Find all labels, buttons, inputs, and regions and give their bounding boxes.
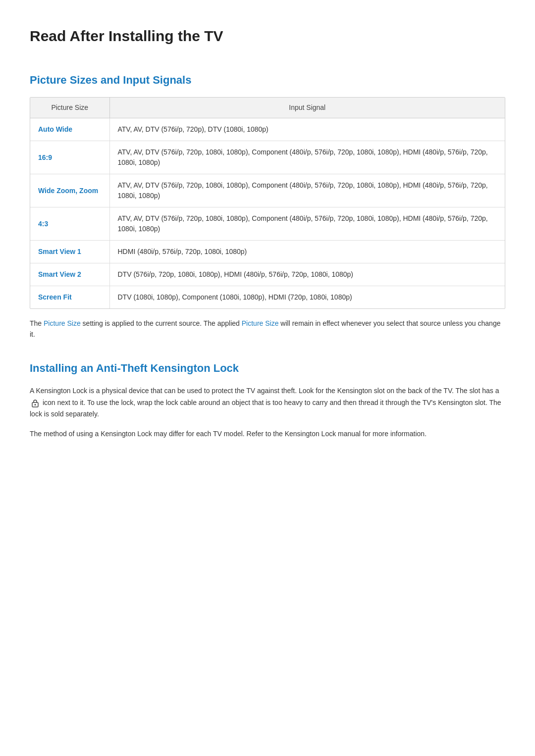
input-signal-cell: ATV, AV, DTV (576i/p, 720p, 1080i, 1080p…	[109, 174, 505, 207]
section2-para1: A Kensington Lock is a physical device t…	[30, 385, 505, 420]
note-link1: Picture Size	[44, 319, 81, 327]
note-text-before1: The	[30, 319, 44, 327]
section2-title: Installing an Anti-Theft Kensington Lock	[30, 360, 505, 376]
picture-size-cell: Smart View 2	[30, 263, 109, 286]
section1-title: Picture Sizes and Input Signals	[30, 72, 505, 88]
table-row: 16:9ATV, AV, DTV (576i/p, 720p, 1080i, 1…	[30, 141, 505, 174]
table-row: Wide Zoom, ZoomATV, AV, DTV (576i/p, 720…	[30, 174, 505, 207]
input-signal-cell: ATV, AV, DTV (576i/p, 720p, 1080i, 1080p…	[109, 141, 505, 174]
lock-icon	[31, 399, 40, 407]
note-text-between: setting is applied to the current source…	[81, 319, 242, 327]
svg-point-1	[35, 404, 36, 405]
page-title: Read After Installing the TV	[30, 25, 505, 52]
picture-size-cell: 4:3	[30, 207, 109, 241]
section2-para2: The method of using a Kensington Lock ma…	[30, 428, 505, 440]
input-signal-cell: HDMI (480i/p, 576i/p, 720p, 1080i, 1080p…	[109, 241, 505, 263]
col-input-signal-header: Input Signal	[109, 98, 505, 118]
table-row: Screen FitDTV (1080i, 1080p), Component …	[30, 286, 505, 309]
note-link2: Picture Size	[242, 319, 279, 327]
col-picture-size-header: Picture Size	[30, 98, 109, 118]
table-header-row: Picture Size Input Signal	[30, 98, 505, 118]
input-signal-cell: DTV (576i/p, 720p, 1080i, 1080p), HDMI (…	[109, 263, 505, 286]
table-row: Auto WideATV, AV, DTV (576i/p, 720p), DT…	[30, 118, 505, 141]
picture-size-cell: Auto Wide	[30, 118, 109, 141]
picture-size-cell: Wide Zoom, Zoom	[30, 174, 109, 207]
picture-size-cell: Smart View 1	[30, 241, 109, 263]
input-signal-cell: ATV, AV, DTV (576i/p, 720p, 1080i, 1080p…	[109, 207, 505, 241]
table-row: 4:3ATV, AV, DTV (576i/p, 720p, 1080i, 10…	[30, 207, 505, 241]
picture-size-cell: 16:9	[30, 141, 109, 174]
picture-size-table: Picture Size Input Signal Auto WideATV, …	[30, 97, 505, 309]
input-signal-cell: ATV, AV, DTV (576i/p, 720p), DTV (1080i,…	[109, 118, 505, 141]
table-row: Smart View 2DTV (576i/p, 720p, 1080i, 10…	[30, 263, 505, 286]
picture-size-cell: Screen Fit	[30, 286, 109, 309]
input-signal-cell: DTV (1080i, 1080p), Component (1080i, 10…	[109, 286, 505, 309]
table-row: Smart View 1HDMI (480i/p, 576i/p, 720p, …	[30, 241, 505, 263]
note-paragraph: The Picture Size setting is applied to t…	[30, 318, 505, 340]
